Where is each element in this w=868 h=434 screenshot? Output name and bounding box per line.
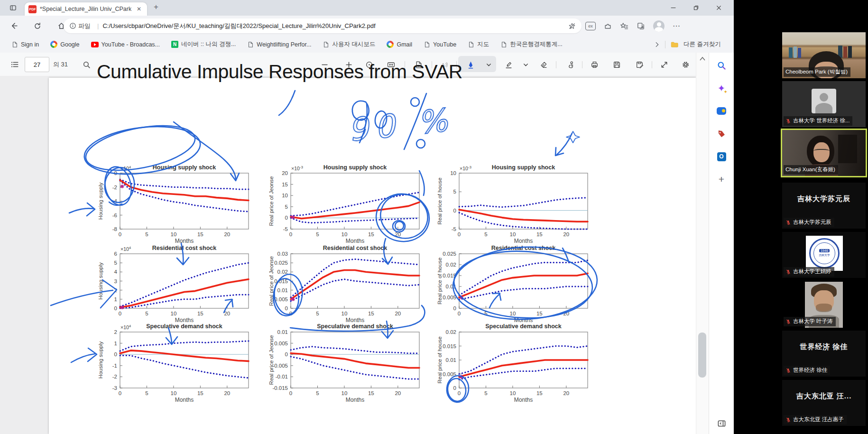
extension-ex-icon[interactable]: ex <box>585 22 596 30</box>
pdf-page <box>49 78 696 434</box>
minimize-button[interactable] <box>662 0 684 15</box>
address-bar[interactable]: 파일 | C:/Users/cbpar/OneDrive/문서/KU_teach… <box>64 18 582 33</box>
vertical-scrollbar[interactable] <box>696 53 709 434</box>
participant-tile[interactable]: Cheolbeom Park (박철범) <box>782 32 866 78</box>
pdf-favicon-icon: PDF <box>28 5 37 13</box>
save-icon[interactable] <box>611 59 622 70</box>
scrollbar-thumb[interactable] <box>698 332 706 378</box>
pdf-settings-gear-icon[interactable] <box>680 59 691 70</box>
window-controls <box>662 0 730 15</box>
logo-year: 1946 <box>819 249 830 252</box>
youtube-icon <box>91 42 99 47</box>
url-text: C:/Users/cbpar/OneDrive/문서/KU_teaching/길… <box>102 22 568 30</box>
bookmark-item[interactable]: N네이버 :: 나의 경쟁... <box>171 40 236 48</box>
favorites-icon[interactable] <box>620 22 628 30</box>
participant-label: 吉林大学 世界经济 徐... <box>784 116 852 126</box>
close-button[interactable] <box>707 0 730 15</box>
tab-close-icon[interactable]: ✕ <box>135 5 143 13</box>
extensions-puzzle-icon[interactable] <box>604 22 612 30</box>
sidebar-games-icon[interactable] <box>715 105 728 117</box>
participant-tile[interactable]: 吉林大学苏元辰 吉林大学苏元辰 <box>782 183 866 229</box>
bookmark-item[interactable]: YouTube - Broadcas... <box>91 41 160 48</box>
bookmark-label: YouTube - Broadcas... <box>102 41 160 48</box>
google-icon <box>50 41 57 48</box>
participant-label: Cheolbeom Park (박철범) <box>784 67 850 77</box>
other-favorites-label[interactable]: 다른 즐겨찾기 <box>683 40 720 48</box>
pdf-viewport <box>0 76 696 434</box>
toc-icon[interactable] <box>9 59 20 70</box>
slide-title: Cumulative Impulse Responses from SVAR <box>97 61 462 83</box>
scroll-up-icon[interactable] <box>700 56 705 61</box>
bookmark-label: YouTube <box>433 41 456 48</box>
bookmark-item[interactable]: YouTube <box>424 41 456 48</box>
eraser-icon[interactable] <box>538 59 549 70</box>
page-icon <box>323 41 329 48</box>
participant-tile[interactable]: 1946 吉林大学 吉林大学王娟婷 <box>782 232 866 278</box>
info-icon[interactable] <box>69 22 76 29</box>
participant-label: 世界经济 徐佳 <box>784 366 830 375</box>
tab-strip: PDF *Special_Lecture_Jilin Univ_CPark ✕ … <box>0 0 734 16</box>
participant-label: 吉林大学王娟婷 <box>784 267 834 277</box>
pen-tool-icon[interactable] <box>465 59 476 70</box>
bookmarks-bar: Sign inGoogleYouTube - Broadcas...N네이버 :… <box>0 36 734 53</box>
highlighter-icon[interactable] <box>503 59 514 70</box>
page-number-input[interactable]: 27 <box>25 57 49 72</box>
participant-tile[interactable]: Chunji Xuan(玄春姬) <box>782 130 866 176</box>
settings-menu-icon[interactable]: ⋯ <box>673 21 681 30</box>
refresh-icon[interactable] <box>30 19 45 33</box>
collections-icon[interactable] <box>637 22 645 30</box>
tab-title: *Special_Lecture_Jilin Univ_CPark <box>40 6 131 12</box>
profile-avatar[interactable] <box>653 20 665 32</box>
bookmark-label: Google <box>60 41 79 48</box>
browser-tab[interactable]: PDF *Special_Lecture_Jilin Univ_CPark ✕ <box>25 2 147 16</box>
participant-tile[interactable]: 吉林大学 世界经济 徐... <box>782 81 866 127</box>
sidebar-search-icon[interactable] <box>715 59 728 72</box>
tab-actions-icon[interactable] <box>9 3 17 12</box>
url-separator: | <box>97 22 99 29</box>
sidebar-outlook-icon[interactable]: O <box>715 150 728 163</box>
fullscreen-icon[interactable] <box>658 59 670 70</box>
participant-label: Chunji Xuan(玄春姬) <box>784 165 838 175</box>
mic-off-icon <box>785 269 791 275</box>
search-document-icon[interactable] <box>81 59 92 70</box>
bookmark-item[interactable]: Gmail <box>387 41 412 48</box>
mic-off-icon <box>785 417 791 423</box>
sidebar-add-icon[interactable]: + <box>715 173 728 185</box>
sidebar-toggle-icon[interactable] <box>715 417 728 429</box>
new-tab-button[interactable]: + <box>152 3 160 11</box>
save-as-icon[interactable] <box>634 59 645 70</box>
bookmark-label: 사용자 대시보드 <box>332 40 375 48</box>
participant-tile[interactable]: 吉大东北亚 汪... 吉大东北亚 汪占惠子 <box>782 380 866 426</box>
bookmark-label: 한국은행경제통계... <box>510 40 562 48</box>
mic-off-icon <box>785 368 791 373</box>
mic-off-icon <box>785 118 791 124</box>
print-icon[interactable] <box>589 59 600 70</box>
folder-icon <box>670 40 679 49</box>
bookmark-item[interactable]: Weightlifting Perfor... <box>247 41 311 48</box>
page-icon <box>424 41 430 48</box>
restore-button[interactable] <box>684 0 707 15</box>
sidebar-shopping-icon[interactable] <box>715 128 728 140</box>
bookmark-label: Weightlifting Perfor... <box>257 41 311 48</box>
page-count-label: 의 31 <box>53 60 68 69</box>
bookmark-item[interactable]: 사용자 대시보드 <box>323 40 375 48</box>
highlighter-options-chevron-icon[interactable] <box>520 59 531 70</box>
bookmark-item[interactable]: Google <box>50 41 79 48</box>
pen-options-chevron-icon[interactable] <box>483 59 494 70</box>
bookmark-item[interactable]: 지도 <box>468 40 489 48</box>
add-favorite-icon[interactable] <box>568 22 576 30</box>
participant-label: 吉林大学苏元辰 <box>784 218 834 227</box>
bookmark-item[interactable]: Sign in <box>11 41 39 48</box>
bookmark-label: Sign in <box>21 41 39 48</box>
draw-touch-icon[interactable] <box>564 59 576 70</box>
back-icon[interactable] <box>7 19 21 33</box>
page-icon <box>468 41 474 48</box>
participant-tile[interactable]: 吉林大学 叶子涛 <box>782 282 866 328</box>
participant-tile[interactable]: 世界经济 徐佳 世界经济 徐佳 <box>782 331 866 377</box>
bookmark-item[interactable]: 한국은행경제통계... <box>500 40 562 48</box>
bookmark-label: Gmail <box>397 41 412 48</box>
sidebar-copilot-icon[interactable]: ✦✦ <box>715 82 728 94</box>
browser-window: PDF *Special_Lecture_Jilin Univ_CPark ✕ … <box>0 0 734 434</box>
chevron-right-icon[interactable] <box>654 41 660 48</box>
bookmark-label: 지도 <box>477 40 489 48</box>
